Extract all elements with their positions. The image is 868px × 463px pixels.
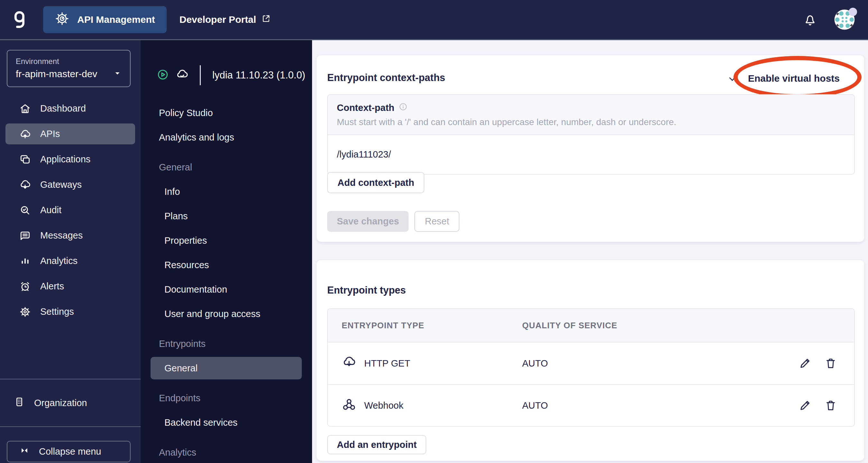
table-row: HTTP GET AUTO bbox=[328, 342, 854, 384]
collapse-menu-button[interactable]: Collapse menu bbox=[7, 441, 131, 462]
edit-entrypoint-button[interactable] bbox=[798, 357, 812, 370]
sidebar-item-organization[interactable]: Organization bbox=[0, 379, 141, 426]
delete-entrypoint-button[interactable] bbox=[824, 357, 837, 370]
header-separator bbox=[200, 65, 201, 85]
table-header-row: ENTRYPOINT TYPE QUALITY OF SERVICE bbox=[328, 309, 854, 342]
user-avatar[interactable] bbox=[834, 9, 857, 30]
sidebar-item-apis[interactable]: APIs bbox=[5, 124, 135, 144]
entrypoint-type-label: Webhook bbox=[364, 400, 403, 411]
context-path-header: Context-path Must start with a '/' and c… bbox=[328, 95, 854, 135]
api-menu-resources[interactable]: Resources bbox=[141, 253, 312, 277]
sidebar-nav: Dashboard APIs bbox=[0, 98, 141, 322]
deploy-status-play-icon bbox=[157, 68, 169, 82]
column-header-entrypoint-type: ENTRYPOINT TYPE bbox=[328, 321, 522, 331]
api-menu-policy-studio[interactable]: Policy Studio bbox=[141, 101, 312, 125]
sidebar-item-label: Analytics bbox=[40, 256, 78, 266]
section-label-entrypoints: Entrypoints bbox=[141, 331, 312, 356]
context-path-field: Context-path Must start with a '/' and c… bbox=[327, 94, 855, 174]
cloud-up-icon bbox=[19, 128, 31, 140]
info-icon[interactable] bbox=[398, 102, 408, 114]
entrypoint-types-card: Entrypoint types ENTRYPOINT TYPE QUALITY… bbox=[317, 260, 864, 461]
sidebar-item-label: Alerts bbox=[40, 281, 64, 292]
card-title: Entrypoint context-paths bbox=[327, 72, 445, 84]
magnifier-check-icon bbox=[19, 204, 31, 217]
context-path-label: Context-path bbox=[337, 103, 395, 113]
sidebar-item-label: Settings bbox=[40, 306, 74, 317]
sidebar-item-label: Gateways bbox=[40, 179, 82, 190]
api-menu-backend-services[interactable]: Backend services bbox=[141, 410, 312, 435]
notifications-bell-icon[interactable] bbox=[802, 12, 818, 27]
topbar-right bbox=[802, 9, 868, 30]
delete-entrypoint-button[interactable] bbox=[824, 399, 837, 412]
http-get-cloud-icon bbox=[342, 355, 356, 372]
sidebar-item-label: Audit bbox=[40, 205, 61, 216]
organization-icon bbox=[13, 396, 25, 410]
context-path-hint: Must start with a '/' and can contain an… bbox=[337, 117, 845, 127]
sidebar-item-settings[interactable]: Settings bbox=[5, 301, 135, 322]
organization-label: Organization bbox=[34, 398, 87, 408]
checkmark-icon bbox=[728, 71, 740, 85]
context-path-input[interactable]: /lydia111023/ bbox=[328, 135, 854, 174]
add-entrypoint-button[interactable]: Add an entrypoint bbox=[327, 435, 426, 454]
sidebar-item-label: Messages bbox=[40, 230, 83, 241]
entrypoint-types-table: ENTRYPOINT TYPE QUALITY OF SERVICE H bbox=[327, 308, 855, 427]
body-row: Environment fr-apim-master-dev Dashboard bbox=[0, 40, 868, 463]
developer-portal-link[interactable]: Developer Portal bbox=[180, 14, 271, 26]
left-sidebar: Environment fr-apim-master-dev Dashboard bbox=[0, 40, 141, 463]
api-management-button[interactable]: API Management bbox=[43, 6, 167, 33]
api-menu-user-group-access[interactable]: User and group access bbox=[141, 302, 312, 326]
api-header: lydia 11.10.23 (1.0.0) bbox=[141, 40, 312, 85]
gravitee-logo-icon[interactable] bbox=[14, 9, 26, 30]
edit-entrypoint-button[interactable] bbox=[798, 399, 812, 412]
add-context-path-button[interactable]: Add context-path bbox=[327, 172, 424, 193]
sidebar-item-audit[interactable]: Audit bbox=[5, 200, 135, 221]
save-changes-button[interactable]: Save changes bbox=[327, 211, 409, 232]
external-link-icon bbox=[261, 14, 271, 26]
form-actions: Save changes Reset bbox=[327, 211, 459, 232]
sidebar-item-applications[interactable]: Applications bbox=[5, 149, 135, 170]
sidebar-item-label: Dashboard bbox=[40, 103, 86, 114]
alarm-clock-icon bbox=[19, 280, 31, 293]
environment-selector[interactable]: Environment fr-apim-master-dev bbox=[7, 50, 131, 87]
section-label-general: General bbox=[141, 155, 312, 179]
api-title: lydia 11.10.23 (1.0.0) bbox=[212, 69, 305, 81]
enable-virtual-hosts-checkbox[interactable]: Enable virtual hosts bbox=[728, 71, 840, 85]
sidebar-item-label: APIs bbox=[40, 129, 60, 139]
api-menu-documentation[interactable]: Documentation bbox=[141, 277, 312, 302]
chat-bubble-icon bbox=[19, 230, 31, 242]
enable-virtual-hosts-label: Enable virtual hosts bbox=[748, 73, 840, 84]
collapse-menu-label: Collapse menu bbox=[39, 446, 101, 457]
reset-button[interactable]: Reset bbox=[414, 211, 459, 232]
sidebar-item-label: Applications bbox=[40, 154, 90, 165]
api-menu-plans[interactable]: Plans bbox=[141, 204, 312, 228]
app-root: API Management Developer Portal bbox=[0, 0, 868, 463]
section-label-analytics: Analytics bbox=[141, 440, 312, 463]
api-menu: Policy Studio Analytics and logs General… bbox=[141, 101, 312, 463]
api-menu-properties[interactable]: Properties bbox=[141, 228, 312, 253]
sidebar-item-messages[interactable]: Messages bbox=[5, 225, 135, 246]
api-menu-entrypoints-general[interactable]: General bbox=[151, 357, 302, 379]
environment-label: Environment bbox=[16, 57, 122, 66]
collapse-arrows-icon bbox=[20, 445, 29, 458]
sidebar-item-gateways[interactable]: Gateways bbox=[5, 174, 135, 195]
entrypoint-type-label: HTTP GET bbox=[364, 358, 410, 369]
sidebar-item-dashboard[interactable]: Dashboard bbox=[5, 98, 135, 119]
cloud-down-icon bbox=[19, 179, 31, 191]
qos-value: AUTO bbox=[522, 400, 798, 411]
bar-chart-icon bbox=[19, 255, 31, 267]
main-content: Entrypoint context-paths Enable virtual … bbox=[312, 40, 868, 463]
home-icon bbox=[19, 103, 31, 115]
sidebar-item-analytics[interactable]: Analytics bbox=[5, 251, 135, 271]
section-label-endpoints: Endpoints bbox=[141, 386, 312, 410]
table-row: Webhook AUTO bbox=[328, 384, 854, 426]
avatar-status-badge bbox=[849, 8, 857, 16]
sidebar-item-alerts[interactable]: Alerts bbox=[5, 276, 135, 297]
developer-portal-label: Developer Portal bbox=[180, 14, 256, 25]
environment-value: fr-apim-master-dev bbox=[16, 68, 97, 79]
api-menu-analytics-logs[interactable]: Analytics and logs bbox=[141, 125, 312, 150]
api-menu-info[interactable]: Info bbox=[141, 179, 312, 204]
webhook-icon bbox=[342, 397, 356, 414]
qos-value: AUTO bbox=[522, 358, 798, 369]
chevron-down-icon bbox=[113, 69, 122, 79]
top-bar: API Management Developer Portal bbox=[0, 0, 868, 40]
